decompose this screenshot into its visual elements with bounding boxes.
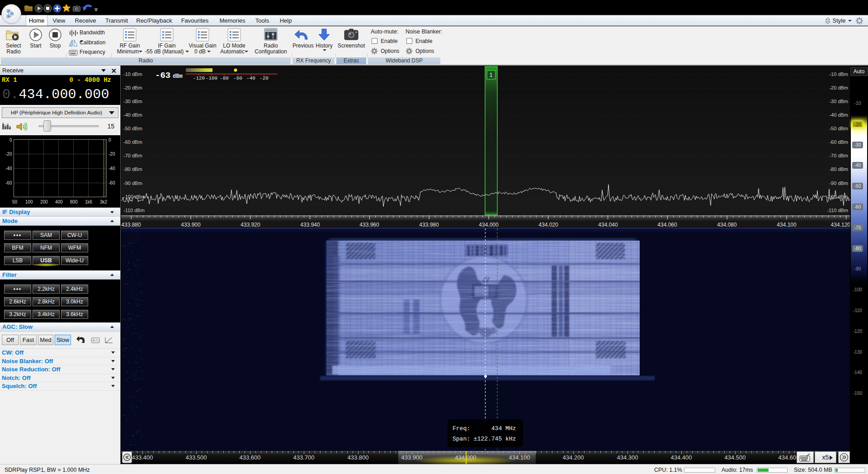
svg-text:-100: -100 [206, 76, 217, 81]
svg-text:-80: -80 [220, 76, 229, 81]
svg-text:1: 1 [490, 72, 493, 78]
svg-text:-40: -40 [246, 76, 255, 81]
svg-text:-63: -63 [155, 71, 170, 81]
svg-text:-60: -60 [233, 76, 242, 81]
svg-text:-120: -120 [193, 76, 205, 81]
svg-text:-20: -20 [259, 76, 269, 81]
svg-text:dBm: dBm [173, 73, 183, 80]
